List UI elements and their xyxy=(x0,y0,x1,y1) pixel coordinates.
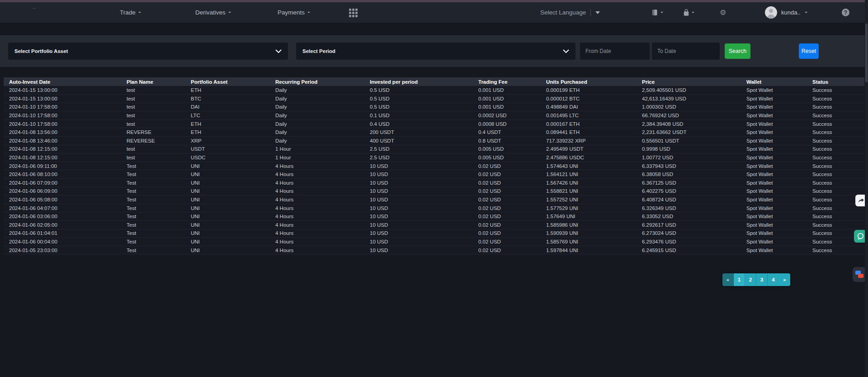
chat-support-button[interactable] xyxy=(853,267,866,282)
table-cell: 2024-01-08 13:46:00 xyxy=(4,137,121,145)
chat-bubble-red-icon xyxy=(858,274,863,278)
divider xyxy=(590,9,591,16)
reset-button[interactable]: Reset xyxy=(799,43,819,59)
nav-menu-trade[interactable]: Trade xyxy=(120,2,141,23)
table-cell: 6.33052 USD xyxy=(637,212,741,221)
table-cell: Success xyxy=(807,212,864,221)
table-cell: Success xyxy=(807,187,864,196)
table-row: 2024-01-08 12:15:00testUSDC1 Hour2.5 USD… xyxy=(4,153,864,162)
table-cell: Spot Wallet xyxy=(741,95,807,103)
table-cell: 1 Hour xyxy=(270,153,364,162)
table-cell: 10 USD xyxy=(364,238,473,246)
pagination: « 1234 » xyxy=(722,273,790,286)
nav-menu-payments[interactable]: Payments xyxy=(278,2,310,23)
table-cell: 0.9998 USD xyxy=(637,145,741,153)
caret-down-icon xyxy=(228,12,231,13)
table-cell: Spot Wallet xyxy=(741,103,807,111)
table-cell: 0.0008 USD xyxy=(473,119,541,128)
table-cell: 2024-01-06 06:09:00 xyxy=(4,187,121,196)
table-cell: 1.57649 UNI xyxy=(541,212,637,221)
logo-placeholder: .. xyxy=(33,4,36,10)
table-cell: 0.5 USD xyxy=(364,86,473,95)
table-cell: 1.590939 UNI xyxy=(541,229,637,238)
chevron-down-icon xyxy=(275,49,282,53)
help-button[interactable]: ? xyxy=(842,2,849,23)
table-cell: 6.337943 USD xyxy=(637,162,741,170)
table-cell: Test xyxy=(121,212,185,221)
table-cell: 42,613.16439 USD xyxy=(637,95,741,103)
table-cell: 6.293476 USD xyxy=(637,238,741,246)
table-cell: ETH xyxy=(185,86,270,95)
pagination-page-button[interactable]: 3 xyxy=(756,273,768,286)
share-icon xyxy=(857,196,865,205)
pagination-pages: 1234 xyxy=(734,273,779,286)
table-cell: 2024-01-08 12:15:00 xyxy=(4,145,121,153)
table-cell: 10 USD xyxy=(364,204,473,212)
table-cell: 1.00772 USD xyxy=(637,153,741,162)
period-select-value: Select Period xyxy=(302,48,335,54)
table-cell: 6.408724 USD xyxy=(637,196,741,204)
table-cell: 2,231.63662 USDT xyxy=(637,128,741,137)
chevron-down-icon xyxy=(563,49,569,53)
settings-button[interactable]: ⚙ xyxy=(720,2,726,23)
table-cell: UNI xyxy=(185,179,270,187)
language-selector[interactable]: Select Language xyxy=(540,2,600,23)
portfolio-asset-select[interactable]: Select Portfolio Asset xyxy=(8,43,288,60)
table-row: 2024-01-15 13:00:00testBTCDaily0.5 USD0.… xyxy=(4,95,864,103)
table-cell: 0.02 USD xyxy=(473,246,541,254)
table-cell: 0.8 USDT xyxy=(473,137,541,145)
to-date-input[interactable] xyxy=(652,43,720,60)
avatar xyxy=(765,6,777,19)
pagination-next-button[interactable]: » xyxy=(779,273,790,286)
table-cell: REVERESE xyxy=(121,137,185,145)
table-cell: Spot Wallet xyxy=(741,246,807,254)
table-cell: 0.005 USD xyxy=(473,145,541,153)
table-cell: Daily xyxy=(270,119,364,128)
table-cell: 2024-01-06 08:10:00 xyxy=(4,170,121,179)
table-cell: 4 Hours xyxy=(270,229,364,238)
bag-menu[interactable] xyxy=(683,2,694,23)
table-cell: Daily xyxy=(270,111,364,120)
pagination-page-button[interactable]: 4 xyxy=(768,273,779,286)
apps-grid-icon[interactable] xyxy=(349,9,358,17)
period-select[interactable]: Select Period xyxy=(296,43,576,60)
column-header: Plan Name xyxy=(121,77,185,86)
from-date-input[interactable] xyxy=(580,43,650,60)
table-row: 2024-01-10 17:58:00testLTCDaily0.1 USD0.… xyxy=(4,111,864,120)
table-cell: Daily xyxy=(270,95,364,103)
nav-menu-label: Trade xyxy=(120,9,136,16)
table-cell: 10 USD xyxy=(364,196,473,204)
scrollbar-thumb[interactable] xyxy=(865,24,868,82)
table-cell: 2024-01-06 04:07:00 xyxy=(4,204,121,212)
table-cell: Test xyxy=(121,221,185,229)
table-cell: UNI xyxy=(185,204,270,212)
user-menu[interactable]: kunda.. xyxy=(765,2,807,23)
whatsapp-icon xyxy=(856,232,865,241)
table-cell: 0.498849 DAI xyxy=(541,103,637,111)
table-cell: 66.769242 USD xyxy=(637,111,741,120)
table-cell: Success xyxy=(807,86,864,95)
pagination-page-button[interactable]: 1 xyxy=(734,273,745,286)
table-cell: Spot Wallet xyxy=(741,179,807,187)
table-cell: 2024-01-06 00:04:00 xyxy=(4,238,121,246)
orders-menu[interactable] xyxy=(651,2,663,23)
table-cell: 10 USD xyxy=(364,246,473,254)
table-cell: 2.5 USD xyxy=(364,145,473,153)
table-cell: 2024-01-08 13:56:00 xyxy=(4,128,121,137)
table-cell: 4 Hours xyxy=(270,162,364,170)
table-cell: 6.367125 USD xyxy=(637,179,741,187)
table-cell: USDC xyxy=(185,153,270,162)
table-cell: 1.574643 UNI xyxy=(541,162,637,170)
table-row: 2024-01-08 12:15:00testUSDT1 Hour2.5 USD… xyxy=(4,145,864,153)
table-cell: 0.02 USD xyxy=(473,238,541,246)
column-header: Price xyxy=(637,77,741,86)
table-cell: Success xyxy=(807,128,864,137)
table-cell: 0.1 USD xyxy=(364,111,473,120)
nav-menu-derivatives[interactable]: Derivatives xyxy=(195,2,231,23)
table-cell: 10 USD xyxy=(364,187,473,196)
table-cell: Test xyxy=(121,196,185,204)
pagination-page-button[interactable]: 2 xyxy=(745,273,756,286)
pagination-prev-button[interactable]: « xyxy=(722,273,734,286)
search-button[interactable]: Search xyxy=(725,43,750,59)
table-cell: 200 USDT xyxy=(364,128,473,137)
